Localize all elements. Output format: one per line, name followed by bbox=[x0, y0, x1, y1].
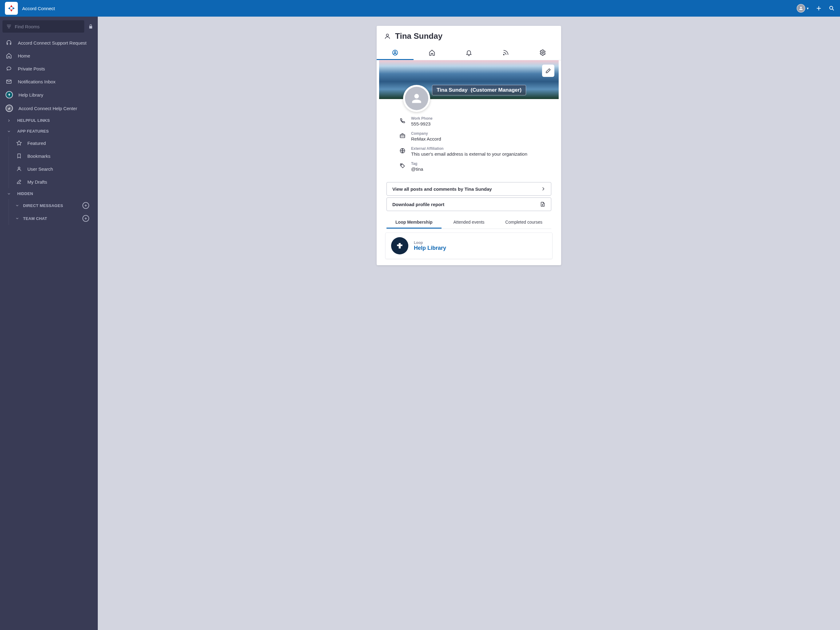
chat-icon bbox=[6, 65, 12, 72]
detail-label: Tag bbox=[411, 161, 423, 166]
user-menu-dropdown[interactable]: ▼ bbox=[797, 4, 809, 13]
find-rooms-input[interactable] bbox=[15, 24, 81, 29]
svg-point-8 bbox=[394, 51, 396, 53]
section-direct-messages[interactable]: DIRECT MESSAGES + bbox=[9, 199, 98, 212]
nav-notifications-inbox[interactable]: Notifications Inbox bbox=[0, 75, 98, 88]
detail-affiliation: External Affiliation This user's email a… bbox=[399, 146, 554, 157]
svg-rect-3 bbox=[9, 108, 9, 109]
profile-tabs bbox=[377, 46, 561, 60]
nav-label: Featured bbox=[27, 141, 46, 146]
svg-rect-4 bbox=[9, 108, 10, 109]
detail-company: Company ReMax Accord bbox=[399, 131, 554, 141]
help-center-badge-icon bbox=[6, 104, 13, 112]
detail-value: @tina bbox=[411, 166, 423, 172]
subtab-loop-membership[interactable]: Loop Membership bbox=[387, 217, 442, 229]
section-label: HIDDEN bbox=[17, 192, 33, 196]
nav-label: Help Library bbox=[19, 92, 43, 98]
topbar: Accord Connect ▼ bbox=[0, 0, 840, 17]
detail-tag: Tag @tina bbox=[399, 161, 554, 172]
add-button[interactable] bbox=[815, 5, 822, 12]
nav-home[interactable]: Home bbox=[0, 49, 98, 62]
find-rooms-search[interactable] bbox=[2, 20, 84, 33]
detail-value: 555-9923 bbox=[411, 121, 433, 127]
section-helpful-links[interactable]: HELPFUL LINKS bbox=[0, 115, 98, 126]
headset-icon bbox=[6, 40, 12, 46]
section-label: HELPFUL LINKS bbox=[17, 118, 50, 123]
nav-label: Notifications Inbox bbox=[18, 79, 56, 84]
user-avatar-small bbox=[797, 4, 805, 13]
download-report-button[interactable]: Download profile report bbox=[387, 198, 551, 211]
caret-down-icon: ▼ bbox=[806, 7, 809, 10]
subtab-completed-courses[interactable]: Completed courses bbox=[496, 217, 551, 229]
tab-settings[interactable] bbox=[524, 46, 561, 60]
profile-avatar bbox=[403, 85, 430, 112]
lock-icon[interactable] bbox=[87, 24, 95, 29]
loop-label: Loop bbox=[414, 241, 446, 245]
tab-home[interactable] bbox=[414, 46, 450, 60]
chevron-down-icon bbox=[16, 204, 19, 207]
phone-icon bbox=[399, 117, 406, 124]
bell-icon bbox=[466, 49, 472, 56]
banner-name-pill: Tina Sunday (Customer Manager) bbox=[432, 85, 526, 95]
edit-icon bbox=[16, 179, 22, 185]
loop-membership-card[interactable]: Loop Help Library bbox=[385, 233, 553, 259]
filter-list-icon bbox=[6, 24, 12, 29]
nav-featured[interactable]: Featured bbox=[9, 136, 98, 149]
nav-label: Bookmarks bbox=[27, 154, 51, 159]
nav-label: My Drafts bbox=[27, 179, 47, 185]
detail-work-phone: Work Phone 555-9923 bbox=[399, 116, 554, 127]
svg-point-9 bbox=[503, 54, 504, 55]
profile-banner: Tina Sunday (Customer Manager) bbox=[379, 60, 559, 99]
search-button[interactable] bbox=[828, 5, 835, 12]
section-hidden[interactable]: HIDDEN bbox=[0, 188, 98, 199]
account-icon bbox=[392, 49, 398, 56]
globe-icon bbox=[399, 147, 406, 154]
nav-support-request[interactable]: Accord Connect Support Request bbox=[0, 36, 98, 49]
nav-private-posts[interactable]: Private Posts bbox=[0, 62, 98, 75]
nav-user-search[interactable]: User Search bbox=[9, 162, 98, 175]
rss-icon bbox=[502, 49, 509, 56]
gear-icon bbox=[539, 49, 546, 56]
detail-value: ReMax Accord bbox=[411, 136, 441, 141]
button-label: Download profile report bbox=[392, 202, 444, 207]
detail-label: Company bbox=[411, 131, 441, 136]
profile-details: Work Phone 555-9923 Company ReMax Accord bbox=[377, 99, 561, 180]
svg-rect-2 bbox=[8, 109, 9, 109]
tab-feed[interactable] bbox=[487, 46, 524, 60]
nav-my-drafts[interactable]: My Drafts bbox=[9, 175, 98, 188]
nav-bookmarks[interactable]: Bookmarks bbox=[9, 149, 98, 162]
envelope-icon bbox=[6, 78, 12, 85]
chevron-down-icon bbox=[6, 130, 12, 133]
nav-help-center[interactable]: Accord Connect Help Center bbox=[0, 101, 98, 115]
download-file-icon bbox=[540, 201, 545, 207]
edit-banner-button[interactable] bbox=[542, 65, 554, 77]
profile-card: Tina Sunday bbox=[377, 26, 561, 265]
home-icon bbox=[429, 49, 435, 56]
detail-label: Work Phone bbox=[411, 116, 433, 120]
app-logo bbox=[5, 2, 18, 15]
banner-role: (Customer Manager) bbox=[471, 87, 521, 93]
subtab-attended-events[interactable]: Attended events bbox=[442, 217, 497, 229]
nav-help-library[interactable]: Help Library bbox=[0, 88, 98, 101]
help-library-badge-icon bbox=[6, 91, 13, 98]
chevron-down-icon bbox=[6, 192, 12, 195]
section-label: TEAM CHAT bbox=[23, 216, 47, 221]
tab-notifications[interactable] bbox=[450, 46, 487, 60]
section-label: APP FEATURES bbox=[17, 129, 49, 133]
add-dm-button[interactable]: + bbox=[82, 202, 89, 209]
section-app-features[interactable]: APP FEATURES bbox=[0, 126, 98, 136]
svg-point-0 bbox=[829, 6, 833, 9]
nav-label: User Search bbox=[27, 166, 53, 172]
section-label: DIRECT MESSAGES bbox=[23, 203, 63, 208]
svg-point-13 bbox=[401, 164, 402, 165]
svg-point-6 bbox=[386, 34, 388, 36]
section-team-chat[interactable]: TEAM CHAT + bbox=[9, 212, 98, 225]
view-posts-button[interactable]: View all posts and comments by Tina Sund… bbox=[387, 182, 551, 196]
detail-label: External Affiliation bbox=[411, 146, 527, 151]
svg-point-10 bbox=[542, 52, 543, 54]
tab-profile[interactable] bbox=[377, 46, 414, 60]
add-team-chat-button[interactable]: + bbox=[82, 215, 89, 222]
banner-name: Tina Sunday bbox=[437, 87, 467, 93]
briefcase-icon bbox=[399, 132, 406, 139]
app-title: Accord Connect bbox=[22, 6, 55, 11]
